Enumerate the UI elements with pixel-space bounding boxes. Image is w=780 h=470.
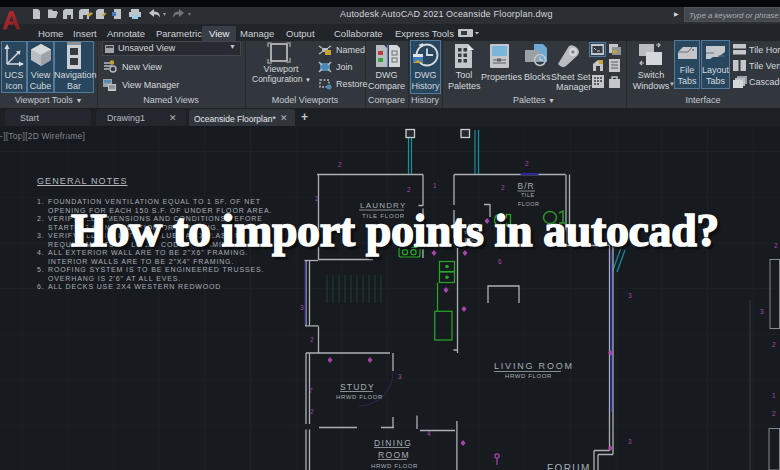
svg-text:2: 2: [310, 408, 314, 415]
svg-text:DINING: DINING: [374, 438, 412, 448]
svg-text:3: 3: [628, 292, 632, 299]
svg-text:ROOM: ROOM: [378, 450, 410, 460]
svg-text:7: 7: [309, 387, 313, 394]
svg-text:2: 2: [338, 161, 342, 168]
svg-text:HRWD FLOOR: HRWD FLOOR: [505, 373, 552, 379]
svg-text:HRWD FLOOR: HRWD FLOOR: [336, 394, 383, 400]
svg-text:STUDY: STUDY: [340, 382, 375, 392]
svg-text:2: 2: [772, 410, 776, 417]
svg-text:3: 3: [760, 308, 764, 315]
svg-text:3: 3: [300, 304, 304, 311]
svg-text:B/R: B/R: [518, 181, 535, 191]
svg-text:1: 1: [433, 182, 437, 189]
svg-text:HRWD FLOOR: HRWD FLOOR: [371, 463, 418, 469]
svg-text:2: 2: [501, 184, 505, 191]
svg-text:2: 2: [525, 160, 529, 167]
svg-text:FORUM: FORUM: [547, 463, 591, 470]
svg-text:1: 1: [772, 392, 776, 399]
svg-text:LIVING ROOM: LIVING ROOM: [494, 361, 574, 371]
svg-text:TILE: TILE: [521, 192, 535, 198]
svg-text:4: 4: [427, 430, 431, 437]
svg-text:2: 2: [310, 336, 314, 343]
svg-text:2: 2: [315, 195, 319, 202]
svg-text:3: 3: [628, 438, 632, 445]
svg-text:3: 3: [398, 373, 402, 380]
svg-text:2: 2: [772, 341, 776, 348]
svg-text:6: 6: [498, 258, 502, 265]
svg-text:2: 2: [407, 186, 411, 193]
